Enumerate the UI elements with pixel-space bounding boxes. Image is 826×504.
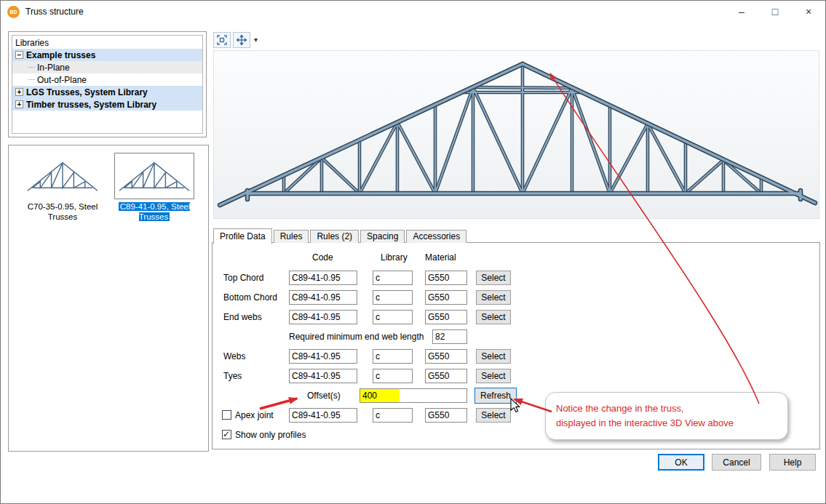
bottom-chord-select-button[interactable]: Select	[476, 290, 511, 305]
min-end-web-label: Required minimum end web length	[289, 329, 424, 344]
truss-3d-view[interactable]	[213, 50, 819, 219]
top-chord-code-input[interactable]	[289, 271, 357, 285]
toolbar-dropdown-icon[interactable]: ▾	[253, 36, 259, 44]
expand-icon[interactable]: +	[15, 100, 23, 108]
top-chord-library-input[interactable]	[373, 271, 413, 285]
thumbnail-c89-selected[interactable]: C89-41-0.95, Steel Trusses	[111, 153, 198, 222]
bottom-chord-library-input[interactable]	[373, 290, 413, 305]
truss-3d-model	[214, 51, 820, 220]
tree-item-example-trusses[interactable]: − Example trusses	[12, 49, 202, 61]
end-webs-material-input[interactable]	[425, 310, 467, 324]
mini-truss-drawing	[26, 157, 99, 195]
tyes-select-button[interactable]: Select	[476, 369, 511, 383]
pan-view-button[interactable]	[233, 32, 250, 48]
close-button[interactable]: ×	[792, 1, 825, 23]
webs-code-input[interactable]	[289, 349, 357, 364]
row-label-bottom-chord: Bottom Chord	[223, 290, 277, 305]
column-header-material: Material	[425, 252, 456, 263]
pan-icon	[237, 35, 247, 45]
tree-item-in-plane[interactable]: In-Plane	[12, 61, 202, 73]
viewer-toolbar: ▾	[213, 31, 259, 48]
maximize-button[interactable]: □	[758, 1, 792, 23]
webs-material-input[interactable]	[425, 349, 467, 364]
libraries-tree-header: Libraries	[12, 36, 202, 49]
callout-line-1: Notice the change in the truss,	[556, 401, 787, 416]
end-webs-library-input[interactable]	[373, 310, 413, 324]
end-webs-select-button[interactable]: Select	[476, 310, 511, 324]
tyes-library-input[interactable]	[373, 369, 413, 383]
ok-button[interactable]: OK	[658, 454, 704, 471]
tab-profile-data[interactable]: Profile Data	[213, 228, 272, 244]
truss-thumbnails-panel: C70-35-0.95, Steel Trusses C89-41-0.95, …	[8, 145, 209, 452]
column-header-library: Library	[381, 252, 408, 263]
refresh-button[interactable]: Refresh	[474, 388, 517, 404]
tree-item-lgs-trusses[interactable]: + LGS Trusses, System Library	[12, 86, 202, 98]
tree-connector	[28, 67, 35, 68]
tyes-material-input[interactable]	[425, 369, 467, 383]
top-chord-select-button[interactable]: Select	[476, 271, 511, 285]
webs-library-input[interactable]	[373, 349, 413, 364]
thumbnail-label: C89-41-0.95, Steel Trusses	[111, 201, 198, 222]
help-button[interactable]: Help	[769, 454, 816, 471]
column-header-code: Code	[312, 252, 333, 263]
show-only-profiles-label: Show only profiles	[235, 428, 306, 442]
min-end-web-input[interactable]	[432, 329, 467, 344]
show-only-profiles-checkbox[interactable]	[222, 430, 231, 439]
libraries-panel: Libraries − Example trusses In-Plane Out…	[8, 31, 207, 137]
row-label-top-chord: Top Chord	[223, 271, 263, 285]
tab-accessories[interactable]: Accessories	[406, 230, 466, 243]
truss-structure-dialog: BD Truss structure – □ × Libraries − Exa…	[0, 0, 826, 504]
apex-joint-code-input[interactable]	[289, 408, 357, 423]
zoom-to-fit-button[interactable]	[213, 32, 231, 48]
row-label-apex-joint: Apex joint	[235, 408, 274, 423]
thumbnail-label: C70-35-0.95, Steel Trusses	[19, 201, 106, 222]
row-label-webs: Webs	[223, 349, 245, 364]
bottom-chord-material-input[interactable]	[425, 290, 467, 305]
top-chord-material-input[interactable]	[425, 271, 467, 285]
apex-joint-material-input[interactable]	[425, 408, 467, 423]
tree-item-timber-trusses[interactable]: + Timber trusses, System Library	[12, 98, 202, 111]
end-webs-code-input[interactable]	[289, 310, 357, 324]
offset-input[interactable]	[360, 388, 467, 403]
expand-icon[interactable]: +	[15, 88, 23, 96]
minimize-button[interactable]: –	[725, 1, 758, 23]
fit-view-icon	[217, 35, 227, 45]
apex-joint-library-input[interactable]	[373, 408, 413, 423]
tab-rules-2[interactable]: Rules (2)	[310, 230, 359, 243]
tyes-code-input[interactable]	[289, 369, 357, 383]
row-label-end-webs: End webs	[223, 310, 262, 324]
tab-rules[interactable]: Rules	[274, 230, 309, 243]
libraries-tree: Libraries − Example trusses In-Plane Out…	[12, 35, 203, 134]
titlebar: BD Truss structure – □ ×	[1, 1, 825, 23]
thumbnail-c70[interactable]: C70-35-0.95, Steel Trusses	[19, 153, 106, 222]
collapse-icon[interactable]: −	[15, 51, 23, 59]
cancel-button[interactable]: Cancel	[712, 454, 761, 471]
truss-thumbnail-image	[23, 153, 103, 199]
tab-strip: Profile Data Rules Rules (2) Spacing Acc…	[213, 228, 468, 243]
truss-thumbnail-image	[114, 153, 194, 199]
bottom-chord-code-input[interactable]	[289, 290, 357, 305]
apex-joint-checkbox[interactable]	[222, 410, 231, 420]
webs-select-button[interactable]: Select	[476, 349, 511, 364]
callout-line-2: displayed in the interactive 3D View abo…	[556, 416, 787, 431]
tree-item-out-of-plane[interactable]: Out-of-Plane	[12, 73, 202, 86]
app-icon: BD	[7, 6, 20, 18]
mini-truss-drawing	[118, 157, 191, 195]
apex-joint-select-button[interactable]: Select	[476, 408, 511, 423]
annotation-callout: Notice the change in the truss, displaye…	[545, 392, 788, 440]
tab-spacing[interactable]: Spacing	[360, 230, 405, 243]
window-title: Truss structure	[25, 7, 84, 17]
row-label-tyes: Tyes	[223, 369, 242, 383]
tree-connector	[28, 79, 35, 80]
offset-label: Offset(s)	[307, 388, 341, 403]
